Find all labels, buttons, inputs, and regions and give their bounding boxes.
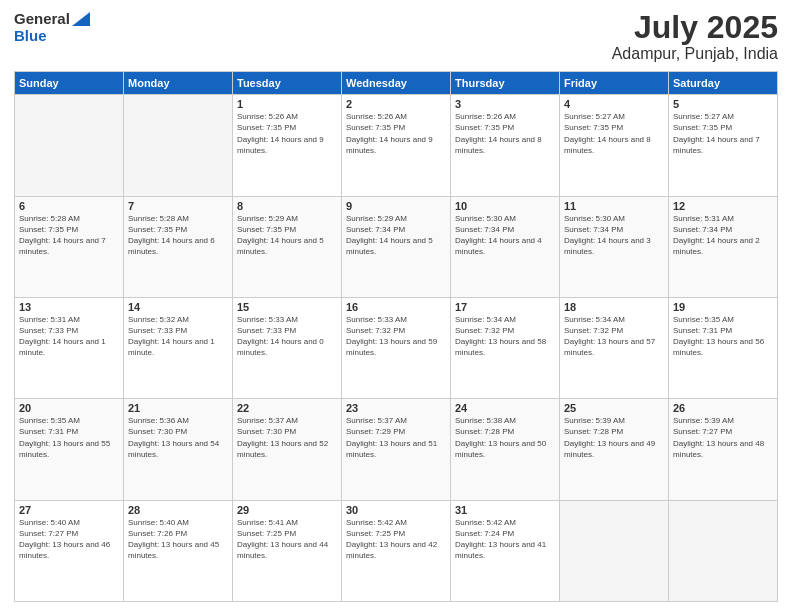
calendar-cell: 5Sunrise: 5:27 AMSunset: 7:35 PMDaylight… xyxy=(669,95,778,196)
sunrise-text: Sunrise: 5:29 AM xyxy=(237,213,337,224)
calendar-cell: 25Sunrise: 5:39 AMSunset: 7:28 PMDayligh… xyxy=(560,399,669,500)
day-info: Sunrise: 5:29 AMSunset: 7:34 PMDaylight:… xyxy=(346,213,446,258)
calendar-week-row: 13Sunrise: 5:31 AMSunset: 7:33 PMDayligh… xyxy=(15,297,778,398)
daylight-text: Daylight: 13 hours and 41 minutes. xyxy=(455,539,555,561)
calendar-cell: 10Sunrise: 5:30 AMSunset: 7:34 PMDayligh… xyxy=(451,196,560,297)
sunset-text: Sunset: 7:24 PM xyxy=(455,528,555,539)
daylight-text: Daylight: 13 hours and 55 minutes. xyxy=(19,438,119,460)
day-info: Sunrise: 5:31 AMSunset: 7:33 PMDaylight:… xyxy=(19,314,119,359)
sunset-text: Sunset: 7:34 PM xyxy=(673,224,773,235)
sunset-text: Sunset: 7:30 PM xyxy=(128,426,228,437)
day-number: 13 xyxy=(19,301,119,313)
day-info: Sunrise: 5:29 AMSunset: 7:35 PMDaylight:… xyxy=(237,213,337,258)
daylight-text: Daylight: 13 hours and 57 minutes. xyxy=(564,336,664,358)
calendar-cell: 6Sunrise: 5:28 AMSunset: 7:35 PMDaylight… xyxy=(15,196,124,297)
logo-icon xyxy=(72,12,90,26)
day-number: 6 xyxy=(19,200,119,212)
logo: General Blue xyxy=(14,10,90,45)
location-title: Adampur, Punjab, India xyxy=(612,45,778,63)
sunset-text: Sunset: 7:35 PM xyxy=(19,224,119,235)
daylight-text: Daylight: 14 hours and 4 minutes. xyxy=(455,235,555,257)
day-number: 14 xyxy=(128,301,228,313)
day-info: Sunrise: 5:28 AMSunset: 7:35 PMDaylight:… xyxy=(19,213,119,258)
daylight-text: Daylight: 13 hours and 54 minutes. xyxy=(128,438,228,460)
day-number: 16 xyxy=(346,301,446,313)
daylight-text: Daylight: 13 hours and 52 minutes. xyxy=(237,438,337,460)
title-block: July 2025 Adampur, Punjab, India xyxy=(612,10,778,63)
day-number: 20 xyxy=(19,402,119,414)
calendar-cell: 18Sunrise: 5:34 AMSunset: 7:32 PMDayligh… xyxy=(560,297,669,398)
sunrise-text: Sunrise: 5:26 AM xyxy=(346,111,446,122)
daylight-text: Daylight: 14 hours and 9 minutes. xyxy=(237,134,337,156)
calendar-cell: 3Sunrise: 5:26 AMSunset: 7:35 PMDaylight… xyxy=(451,95,560,196)
sunset-text: Sunset: 7:33 PM xyxy=(237,325,337,336)
calendar-cell: 31Sunrise: 5:42 AMSunset: 7:24 PMDayligh… xyxy=(451,500,560,601)
daylight-text: Daylight: 13 hours and 48 minutes. xyxy=(673,438,773,460)
sunset-text: Sunset: 7:32 PM xyxy=(346,325,446,336)
day-number: 23 xyxy=(346,402,446,414)
day-number: 18 xyxy=(564,301,664,313)
calendar-cell: 14Sunrise: 5:32 AMSunset: 7:33 PMDayligh… xyxy=(124,297,233,398)
daylight-text: Daylight: 13 hours and 44 minutes. xyxy=(237,539,337,561)
day-number: 21 xyxy=(128,402,228,414)
sunset-text: Sunset: 7:29 PM xyxy=(346,426,446,437)
sunrise-text: Sunrise: 5:28 AM xyxy=(19,213,119,224)
daylight-text: Daylight: 13 hours and 45 minutes. xyxy=(128,539,228,561)
sunrise-text: Sunrise: 5:39 AM xyxy=(564,415,664,426)
day-number: 24 xyxy=(455,402,555,414)
daylight-text: Daylight: 14 hours and 8 minutes. xyxy=(564,134,664,156)
sunrise-text: Sunrise: 5:35 AM xyxy=(673,314,773,325)
sunrise-text: Sunrise: 5:37 AM xyxy=(237,415,337,426)
sunrise-text: Sunrise: 5:26 AM xyxy=(237,111,337,122)
sunset-text: Sunset: 7:31 PM xyxy=(673,325,773,336)
day-info: Sunrise: 5:32 AMSunset: 7:33 PMDaylight:… xyxy=(128,314,228,359)
sunrise-text: Sunrise: 5:34 AM xyxy=(564,314,664,325)
svg-marker-0 xyxy=(72,12,90,26)
calendar-cell xyxy=(560,500,669,601)
calendar-cell: 15Sunrise: 5:33 AMSunset: 7:33 PMDayligh… xyxy=(233,297,342,398)
day-number: 25 xyxy=(564,402,664,414)
calendar-cell: 29Sunrise: 5:41 AMSunset: 7:25 PMDayligh… xyxy=(233,500,342,601)
sunrise-text: Sunrise: 5:33 AM xyxy=(346,314,446,325)
day-number: 26 xyxy=(673,402,773,414)
sunrise-text: Sunrise: 5:30 AM xyxy=(455,213,555,224)
weekday-header: Friday xyxy=(560,72,669,95)
sunset-text: Sunset: 7:35 PM xyxy=(564,122,664,133)
sunrise-text: Sunrise: 5:40 AM xyxy=(128,517,228,528)
day-number: 2 xyxy=(346,98,446,110)
day-number: 19 xyxy=(673,301,773,313)
logo-general-text: General xyxy=(14,10,70,27)
day-number: 4 xyxy=(564,98,664,110)
day-info: Sunrise: 5:33 AMSunset: 7:32 PMDaylight:… xyxy=(346,314,446,359)
daylight-text: Daylight: 14 hours and 6 minutes. xyxy=(128,235,228,257)
weekday-header: Wednesday xyxy=(342,72,451,95)
page: General Blue July 2025 Adampur, Punjab, … xyxy=(0,0,792,612)
calendar-cell: 20Sunrise: 5:35 AMSunset: 7:31 PMDayligh… xyxy=(15,399,124,500)
sunrise-text: Sunrise: 5:42 AM xyxy=(346,517,446,528)
calendar-cell: 26Sunrise: 5:39 AMSunset: 7:27 PMDayligh… xyxy=(669,399,778,500)
weekday-header: Sunday xyxy=(15,72,124,95)
daylight-text: Daylight: 14 hours and 2 minutes. xyxy=(673,235,773,257)
day-info: Sunrise: 5:40 AMSunset: 7:26 PMDaylight:… xyxy=(128,517,228,562)
day-info: Sunrise: 5:38 AMSunset: 7:28 PMDaylight:… xyxy=(455,415,555,460)
day-number: 3 xyxy=(455,98,555,110)
day-number: 9 xyxy=(346,200,446,212)
day-info: Sunrise: 5:42 AMSunset: 7:25 PMDaylight:… xyxy=(346,517,446,562)
sunrise-text: Sunrise: 5:29 AM xyxy=(346,213,446,224)
day-number: 17 xyxy=(455,301,555,313)
daylight-text: Daylight: 13 hours and 58 minutes. xyxy=(455,336,555,358)
calendar-cell: 7Sunrise: 5:28 AMSunset: 7:35 PMDaylight… xyxy=(124,196,233,297)
calendar-week-row: 6Sunrise: 5:28 AMSunset: 7:35 PMDaylight… xyxy=(15,196,778,297)
sunrise-text: Sunrise: 5:31 AM xyxy=(19,314,119,325)
daylight-text: Daylight: 14 hours and 1 minute. xyxy=(19,336,119,358)
calendar: SundayMondayTuesdayWednesdayThursdayFrid… xyxy=(14,71,778,602)
daylight-text: Daylight: 14 hours and 1 minute. xyxy=(128,336,228,358)
sunrise-text: Sunrise: 5:31 AM xyxy=(673,213,773,224)
day-number: 28 xyxy=(128,504,228,516)
calendar-cell: 16Sunrise: 5:33 AMSunset: 7:32 PMDayligh… xyxy=(342,297,451,398)
calendar-cell xyxy=(15,95,124,196)
daylight-text: Daylight: 14 hours and 5 minutes. xyxy=(237,235,337,257)
daylight-text: Daylight: 14 hours and 7 minutes. xyxy=(19,235,119,257)
calendar-cell xyxy=(124,95,233,196)
calendar-cell: 9Sunrise: 5:29 AMSunset: 7:34 PMDaylight… xyxy=(342,196,451,297)
